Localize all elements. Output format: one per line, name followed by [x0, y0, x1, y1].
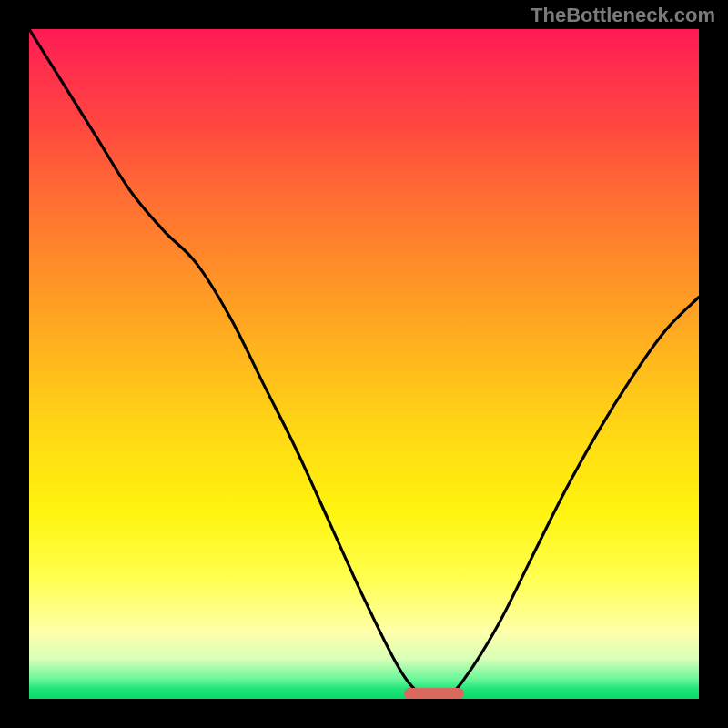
attribution-watermark: TheBottleneck.com — [531, 4, 715, 27]
frame-border-bottom — [0, 699, 728, 728]
sweet-spot-marker — [404, 688, 464, 699]
frame-border-right — [699, 0, 728, 728]
chart-frame: TheBottleneck.com — [0, 0, 728, 728]
heat-gradient-background — [29, 29, 699, 699]
frame-border-left — [0, 0, 29, 728]
plot-area — [29, 29, 699, 699]
